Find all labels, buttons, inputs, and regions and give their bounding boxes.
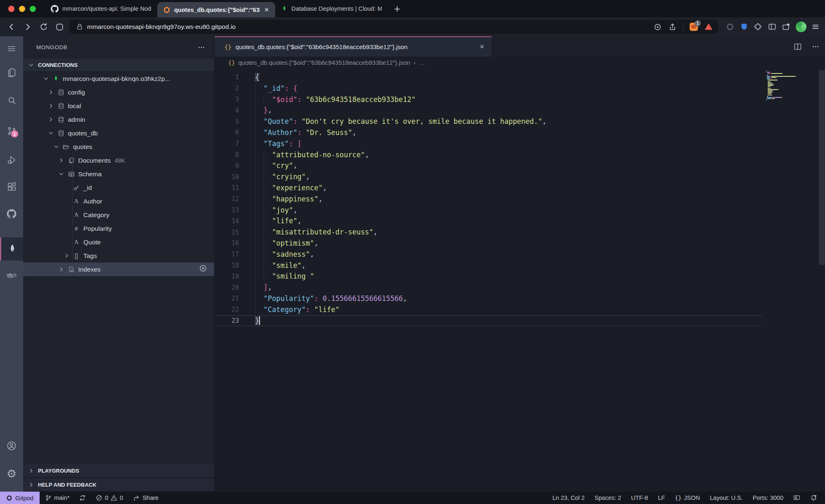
chevron-right-icon[interactable] xyxy=(47,103,56,109)
close-tab-icon[interactable]: × xyxy=(264,6,269,14)
search-icon[interactable] xyxy=(0,90,23,111)
feedback-icon[interactable] xyxy=(789,492,805,504)
problems-status[interactable]: 0 0 xyxy=(91,492,128,504)
shield-extension-icon[interactable] xyxy=(740,22,749,31)
code-line-1[interactable]: 1{ xyxy=(215,72,762,83)
address-bar[interactable]: mmarcon-quotesapi-bknqn9g97oy.ws-eu80.gi… xyxy=(69,20,718,34)
tree-item-schema[interactable]: Schema xyxy=(23,167,214,181)
branch-status[interactable]: main* xyxy=(40,492,74,504)
code-line-12[interactable]: 12 "happiness", xyxy=(215,194,762,205)
breadcrumb-more[interactable]: … xyxy=(419,59,425,66)
share-icon[interactable] xyxy=(668,23,677,31)
code-line-4[interactable]: 4 }, xyxy=(215,105,762,116)
code-line-6[interactable]: 6 "Author": "Dr. Seuss", xyxy=(215,127,762,138)
account-icon[interactable] xyxy=(0,435,23,457)
code-line-21[interactable]: 21 "Popularity": 0.15566615566615566, xyxy=(215,293,762,304)
add-index-button[interactable] xyxy=(199,265,207,272)
minimize-window-icon[interactable] xyxy=(19,6,25,12)
chevron-down-icon[interactable] xyxy=(47,130,56,136)
zoom-window-icon[interactable] xyxy=(30,6,36,12)
chevron-right-icon[interactable] xyxy=(57,157,66,163)
keyboard-layout-status[interactable]: Layout: U.S. xyxy=(705,492,747,504)
chevron-right-icon[interactable] xyxy=(57,266,66,272)
page-zoom-icon[interactable] xyxy=(653,23,662,31)
tree-item-id[interactable]: _id xyxy=(23,181,214,194)
code-line-20[interactable]: 20 ], xyxy=(215,282,762,293)
code-line-14[interactable]: 14 "life", xyxy=(215,215,762,227)
code-line-3[interactable]: 3 "$oid": "63b6c943518eacceb933be12" xyxy=(215,94,762,105)
tree-item-local[interactable]: local xyxy=(23,99,214,113)
code-line-13[interactable]: 13 "joy", xyxy=(215,205,762,216)
dark-ring-extension-icon[interactable] xyxy=(726,22,735,31)
encoding-status[interactable]: UTF-8 xyxy=(626,492,652,504)
editor-more-actions-icon[interactable] xyxy=(812,43,819,50)
section-help-and-feedback[interactable]: HELP AND FEEDBACK xyxy=(23,478,214,492)
code-line-19[interactable]: 19 "smiling " xyxy=(215,271,762,282)
ports-status[interactable]: Ports: 3000 xyxy=(748,492,788,504)
tree-item-quote[interactable]: AQuote xyxy=(23,235,214,249)
code-line-18[interactable]: 18 "smile", xyxy=(215,260,762,271)
tree-item-tags[interactable]: []Tags xyxy=(23,249,214,263)
code-line-15[interactable]: 15 "misattributed-dr-seuss", xyxy=(215,227,762,238)
password-extension-icon[interactable]: 1 xyxy=(690,23,698,31)
more-actions-icon[interactable] xyxy=(198,44,205,51)
cursor-position-status[interactable]: Ln 23, Col 2 xyxy=(548,492,589,504)
reload-icon[interactable] xyxy=(39,22,48,31)
browser-menu-icon[interactable] xyxy=(811,23,820,31)
chevron-down-icon[interactable] xyxy=(41,76,50,82)
settings-gear-icon[interactable]: ⚙ xyxy=(0,463,23,485)
forward-icon[interactable] xyxy=(23,22,32,31)
code-area[interactable]: 1{2 "_id": {3 "$oid": "63b6c943518eacceb… xyxy=(215,69,825,492)
tree-item-quotes[interactable]: quotes xyxy=(23,140,214,154)
source-control-icon[interactable]: 1 xyxy=(0,120,23,142)
code-line-2[interactable]: 2 "_id": { xyxy=(215,83,762,94)
tree-item-indexes[interactable]: Indexes xyxy=(23,263,214,276)
code-line-10[interactable]: 10 "crying", xyxy=(215,171,762,182)
language-status[interactable]: {} JSON xyxy=(670,492,704,504)
code-line-5[interactable]: 5 "Quote": "Don't cry because it's over,… xyxy=(215,116,762,127)
back-icon[interactable] xyxy=(7,22,16,31)
extensions-puzzle-icon[interactable] xyxy=(754,22,763,31)
new-tab-button[interactable]: + xyxy=(394,4,400,14)
explorer-icon[interactable] xyxy=(0,62,23,83)
breadcrumb[interactable]: {} quotes_db.quotes:{"$oid":"63b6c943518… xyxy=(215,57,825,69)
run-debug-icon[interactable] xyxy=(0,149,23,170)
browser-tab-github[interactable]: mmarcon/quotes-api: Simple Node.j xyxy=(45,0,157,17)
tree-item-author[interactable]: AAuthor xyxy=(23,194,214,208)
code-line-23[interactable]: 23} xyxy=(215,315,762,327)
sync-status[interactable] xyxy=(75,492,90,504)
extensions-icon[interactable] xyxy=(0,176,23,197)
eol-status[interactable]: LF xyxy=(653,492,669,504)
browser-tab-mongodb-cloud[interactable]: Database Deployments | Cloud: Mo xyxy=(275,0,388,17)
docker-icon[interactable] xyxy=(0,265,23,286)
tab-overview-icon[interactable] xyxy=(782,22,791,31)
code-line-7[interactable]: 7 "Tags": [ xyxy=(215,138,762,149)
tree-item-admin[interactable]: admin xyxy=(23,113,214,126)
share-status[interactable]: Share xyxy=(128,492,163,504)
chevron-down-icon[interactable] xyxy=(52,144,61,150)
profile-avatar[interactable] xyxy=(796,21,806,32)
tree-item-config[interactable]: config xyxy=(23,85,214,99)
chevron-right-icon[interactable] xyxy=(47,89,56,95)
code-line-16[interactable]: 16 "optimism", xyxy=(215,238,762,249)
tree-item-popularity[interactable]: #Popularity xyxy=(23,222,214,235)
close-editor-tab-icon[interactable]: × xyxy=(480,43,484,51)
chevron-down-icon[interactable] xyxy=(57,171,66,177)
tree-item-documents[interactable]: Documents48K xyxy=(23,154,214,167)
code-line-22[interactable]: 22 "Category": "life" xyxy=(215,304,762,315)
split-editor-icon[interactable] xyxy=(794,43,802,51)
close-window-icon[interactable] xyxy=(8,6,14,12)
code-line-9[interactable]: 9 "cry", xyxy=(215,160,762,171)
minimap[interactable] xyxy=(764,71,814,112)
github-activity-icon[interactable] xyxy=(0,203,23,225)
code-line-11[interactable]: 11 "experience", xyxy=(215,182,762,194)
triangle-extension-icon[interactable] xyxy=(704,22,713,31)
chevron-right-icon[interactable] xyxy=(47,116,56,123)
code-line-17[interactable]: 17 "sadness", xyxy=(215,249,762,260)
mongodb-activity-icon[interactable] xyxy=(0,237,23,260)
sidebar-toggle-icon[interactable] xyxy=(768,22,777,31)
indentation-status[interactable]: Spaces: 2 xyxy=(590,492,626,504)
gitpod-status-button[interactable]: Gitpod xyxy=(0,492,40,504)
breadcrumb-file[interactable]: quotes_db.quotes:{"$oid":"63b6c943518eac… xyxy=(238,59,410,66)
tree-item-quotes-db[interactable]: quotes_db xyxy=(23,126,214,140)
